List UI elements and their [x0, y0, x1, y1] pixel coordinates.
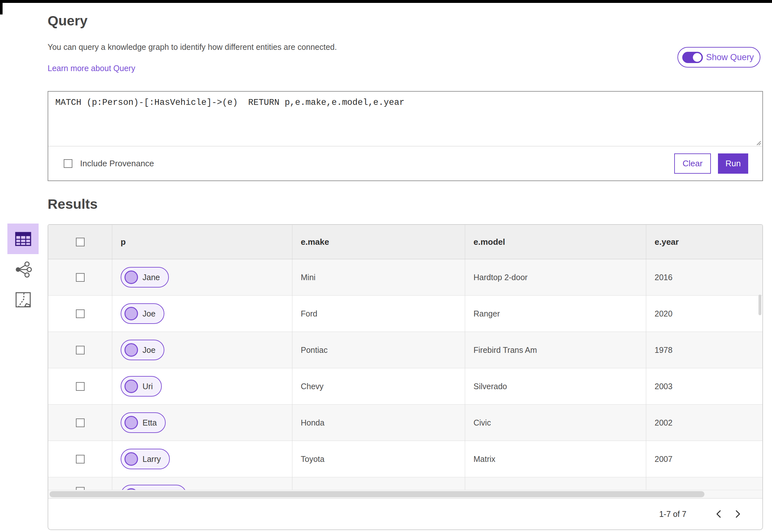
include-provenance-label: Include Provenance — [80, 159, 154, 169]
cell-e-year: 2007 — [646, 441, 762, 477]
table-view-icon — [15, 232, 31, 246]
table-row: Uri Chevy Silverado 2003 — [48, 368, 762, 404]
person-chip[interactable]: Jane — [121, 267, 169, 288]
person-node-icon — [124, 380, 138, 393]
cell-e-model: Hardtop 2-door — [465, 259, 646, 295]
link-chart-view-icon — [14, 261, 32, 278]
person-node-icon — [124, 307, 138, 320]
row-checkbox[interactable] — [76, 487, 85, 490]
page-title: Query — [48, 13, 87, 29]
cell-e-model: Civic — [465, 405, 646, 441]
run-button[interactable]: Run — [718, 153, 748, 174]
person-chip[interactable]: Joe — [121, 303, 164, 324]
person-chip[interactable]: Larry — [121, 449, 170, 469]
link-chart-view-button[interactable] — [14, 261, 32, 279]
person-node-icon — [124, 271, 138, 284]
pagination-range: 1-7 of 7 — [659, 509, 686, 519]
learn-more-link[interactable]: Learn more about Query — [48, 64, 135, 73]
cell-e-make: Ford — [292, 296, 465, 332]
column-header-e-model[interactable]: e.model — [465, 225, 646, 259]
cell-e-make — [292, 477, 465, 490]
person-chip[interactable]: Uri — [121, 376, 162, 397]
window-left-border — [0, 0, 3, 14]
query-description: You can query a knowledge graph to ident… — [48, 42, 337, 52]
chevron-left-icon — [715, 509, 722, 518]
cell-e-year: 2016 — [646, 259, 762, 295]
table-view-button[interactable] — [7, 224, 39, 254]
cell-e-make: Toyota — [292, 441, 465, 477]
cell-e-model — [465, 477, 646, 490]
table-header-row: p e.make e.model e.year — [48, 225, 762, 259]
person-chip[interactable]: Joe — [121, 340, 164, 360]
query-page: Query You can query a knowledge graph to… — [0, 0, 772, 532]
row-checkbox[interactable] — [76, 273, 85, 282]
table-row — [48, 477, 762, 490]
cell-e-model: Firebird Trans Am — [465, 332, 646, 368]
row-checkbox[interactable] — [76, 455, 85, 463]
p-chip-label: Etta — [142, 418, 157, 427]
horizontal-scrollbar[interactable] — [48, 490, 762, 498]
query-editor-panel: MATCH (p:Person)-[:HasVehicle]->(e) RETU… — [48, 91, 763, 181]
table-body: Jane Mini Hardtop 2-door 2016 Joe Ford R… — [48, 259, 762, 490]
table-footer: 1-7 of 7 — [48, 498, 762, 529]
row-checkbox[interactable] — [76, 309, 85, 318]
person-chip[interactable]: Etta — [121, 412, 166, 433]
results-title: Results — [48, 196, 97, 212]
person-node-icon — [124, 343, 138, 357]
table-row: Etta Honda Civic 2002 — [48, 404, 762, 441]
map-view-icon — [15, 292, 31, 308]
p-chip-label: Uri — [142, 382, 153, 391]
select-all-checkbox[interactable] — [76, 238, 85, 246]
table-row: Jane Mini Hardtop 2-door 2016 — [48, 259, 762, 295]
cell-e-make: Chevy — [292, 368, 465, 404]
p-chip-label: Joe — [142, 309, 155, 318]
column-header-e-year[interactable]: e.year — [646, 225, 762, 259]
window-top-border — [0, 0, 772, 3]
include-provenance-checkbox[interactable] — [64, 159, 72, 168]
toggle-knob — [693, 53, 702, 62]
cell-e-year: 2020 — [646, 296, 762, 332]
cell-e-make: Mini — [292, 259, 465, 295]
results-table: p e.make e.model e.year Jane Mini Hardto… — [48, 224, 763, 530]
cell-e-make: Honda — [292, 405, 465, 441]
query-panel-footer: Include Provenance Clear Run — [48, 147, 762, 180]
toggle-switch-icon — [682, 52, 703, 63]
cell-e-year: 2003 — [646, 368, 762, 404]
p-chip-label: Larry — [142, 454, 161, 464]
cell-e-model: Matrix — [465, 441, 646, 477]
cell-e-make: Pontiac — [292, 332, 465, 368]
cell-e-model: Ranger — [465, 296, 646, 332]
row-checkbox[interactable] — [76, 418, 85, 427]
row-checkbox[interactable] — [76, 346, 85, 354]
chevron-right-icon — [735, 509, 741, 518]
column-header-p[interactable]: p — [112, 225, 292, 259]
map-view-button[interactable] — [15, 291, 32, 308]
table-row: Joe Pontiac Firebird Trans Am 1978 — [48, 332, 762, 368]
table-row: Joe Ford Ranger 2020 — [48, 295, 762, 332]
p-chip-label: Jane — [142, 273, 160, 282]
show-query-toggle[interactable]: Show Query — [677, 47, 760, 68]
vertical-scrollbar-thumb[interactable] — [758, 295, 761, 315]
query-input[interactable]: MATCH (p:Person)-[:HasVehicle]->(e) RETU… — [48, 92, 762, 146]
row-checkbox[interactable] — [76, 382, 85, 391]
person-node-icon — [124, 452, 138, 466]
person-chip[interactable] — [121, 485, 187, 490]
cell-e-year: 1978 — [646, 332, 762, 368]
resize-grip-icon[interactable] — [754, 139, 761, 146]
horizontal-scrollbar-thumb[interactable] — [50, 491, 704, 497]
clear-button[interactable]: Clear — [674, 153, 711, 174]
pagination-prev-button[interactable] — [709, 504, 728, 524]
column-header-e-make[interactable]: e.make — [292, 225, 465, 259]
cell-e-year — [646, 477, 762, 490]
show-query-label: Show Query — [706, 52, 754, 62]
pagination-next-button[interactable] — [728, 504, 748, 524]
cell-e-year: 2002 — [646, 405, 762, 441]
p-chip-label: Joe — [142, 345, 155, 355]
table-row: Larry Toyota Matrix 2007 — [48, 441, 762, 477]
person-node-icon — [124, 416, 138, 429]
cell-e-model: Silverado — [465, 368, 646, 404]
